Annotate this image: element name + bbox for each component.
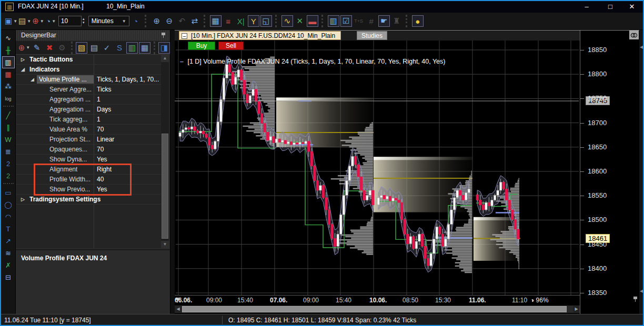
drag-mode-button[interactable]: ☛ — [378, 15, 390, 27]
bar-chart-tool[interactable]: ╫ — [2, 44, 15, 56]
property-row[interactable]: Opaquenes...70 — [16, 145, 161, 155]
add-object-button[interactable]: ⊕▼ — [18, 42, 30, 54]
sell-button[interactable]: Sell — [218, 42, 244, 50]
table-view-button[interactable]: ▦ — [139, 42, 150, 54]
text-tool[interactable]: T — [2, 223, 15, 235]
delete-button[interactable]: ✖ — [44, 42, 55, 54]
minimize-button[interactable]: – — [578, 1, 596, 13]
watchlist-button[interactable]: ▥ — [328, 15, 339, 27]
scroll-arrow-icon[interactable]: ◀ — [640, 289, 643, 293]
candlestick-tool-icon: ▥ — [5, 58, 11, 66]
vertical-scroll-strip[interactable]: ◀ ◀ — [639, 30, 644, 314]
ruler-tool[interactable]: ⊟ — [2, 271, 15, 283]
zigzag-tool[interactable]: W — [2, 134, 15, 146]
new-chart-button[interactable]: ⊕▼ — [32, 15, 44, 27]
scroll-up-icon[interactable]: ▲ — [161, 55, 169, 62]
scrollbar-thumb[interactable] — [162, 134, 168, 239]
scroll-right-icon[interactable]: ▶ — [573, 306, 580, 312]
line-chart-tool[interactable]: ∿ — [2, 32, 15, 44]
insert-indicator-button[interactable]: ∿ — [281, 15, 293, 27]
export-excel-button[interactable]: X| — [235, 15, 247, 27]
crowd-tool[interactable]: ⁂ — [2, 80, 15, 93]
fibo-green-tool[interactable]: 2 — [2, 170, 15, 182]
scroll-arrow-icon[interactable]: ◀ — [640, 45, 643, 49]
zoom-in-button[interactable]: ⊕ — [151, 15, 163, 27]
property-row[interactable]: Value Area %70 — [16, 125, 161, 135]
property-row[interactable]: Tick aggreg...1 — [16, 115, 161, 125]
print-button[interactable]: ▤ — [88, 42, 100, 54]
log-scale-tool[interactable]: log — [2, 93, 15, 105]
price-axis-label: 18550 — [588, 191, 607, 199]
maximize-button[interactable]: □ — [601, 1, 619, 13]
price-tick — [580, 74, 584, 75]
candlestick-tool[interactable]: ▥ — [2, 56, 15, 68]
format-button-icon: ✎ — [34, 43, 41, 53]
group-row[interactable]: ◢Indicators — [16, 65, 161, 75]
group-row[interactable]: ▷Tradingsystem Settings — [16, 195, 161, 205]
save-template-button[interactable]: ◨ — [158, 42, 170, 54]
property-row[interactable]: Server Aggre...Ticks — [16, 85, 161, 95]
studies-button[interactable]: Studies — [357, 31, 387, 40]
rectangle-tool[interactable]: ▭ — [2, 187, 15, 199]
property-row[interactable]: Aggregation ...Days — [16, 105, 161, 115]
scrollbar-thumb[interactable] — [182, 306, 567, 312]
channel-tool[interactable]: ∥ — [2, 121, 15, 134]
close-button[interactable]: ✕ — [623, 1, 641, 13]
property-grid-scrollbar[interactable]: ▲ ▼ — [161, 55, 169, 248]
link-charts-icon[interactable] — [629, 30, 639, 39]
zoom-out-button[interactable]: ⊖ — [164, 15, 175, 27]
pin-icon[interactable] — [633, 297, 638, 302]
time-axis[interactable]: 06.06.09:0015:4007.06.09:0015:4010.06.08… — [175, 295, 580, 305]
title-bar[interactable]: ▥ FDAX JUN 24 [10 Min.] 10_Min_Plain – □… — [1, 1, 643, 13]
data-window-button[interactable]: ≡ — [223, 15, 234, 27]
equilla-button[interactable]: ▬ — [307, 15, 318, 27]
window-mode-button[interactable]: ◱ — [260, 15, 272, 27]
fibo-blue-tool[interactable]: 2 — [2, 158, 15, 170]
buy-button[interactable]: Buy — [188, 42, 215, 50]
collapse-icon[interactable]: – — [182, 33, 187, 39]
add-object-button-icon: ⊕ — [18, 43, 25, 53]
arc-tool[interactable]: ◠ — [2, 211, 15, 223]
open-button[interactable]: ▤▼ — [18, 15, 31, 27]
edit-tactic-button[interactable]: ▧ — [76, 42, 87, 54]
add-period-button[interactable]: ◔ — [130, 15, 142, 27]
pattern-ab-tool[interactable]: ✗ — [2, 259, 15, 271]
ellipse-tool[interactable]: ◯ — [2, 199, 15, 211]
trendline-tool[interactable]: ╱ — [2, 109, 15, 121]
horizontal-scrollbar[interactable]: ◀ ▶ — [175, 305, 580, 313]
toolbar-separator — [3, 183, 14, 186]
settings-button: ⚙ — [56, 42, 68, 54]
price-axis-label: 18850 — [588, 46, 607, 54]
scroll-left-icon[interactable]: ◀ — [175, 306, 182, 312]
save-button[interactable]: ▣▼ — [5, 15, 17, 27]
interval-unit-select[interactable]: Minutes▼ — [88, 16, 129, 26]
chart-properties-button[interactable]: ▦ — [210, 15, 222, 27]
property-row[interactable]: Projection St...Linear — [16, 135, 161, 145]
chart-tab[interactable]: – [10 Min.] FDAX JUN 24 F.US.DDM24 10_Mi… — [179, 31, 341, 40]
price-chart[interactable] — [175, 40, 580, 295]
wave-tool[interactable]: ≋ — [2, 247, 15, 259]
zoom-reset-button[interactable]: ⇄ — [189, 15, 200, 27]
pin-icon[interactable] — [161, 33, 166, 38]
chart-view-button[interactable]: ▥ — [126, 42, 138, 54]
scanner-button[interactable]: ☑ — [340, 15, 352, 27]
signal-button[interactable]: S — [114, 42, 125, 54]
indicator-row[interactable]: ◢Volume Profile ...Ticks, 1, Days, 1, 70… — [16, 75, 161, 85]
period-clock-button[interactable]: ◔▼ — [45, 15, 57, 27]
candle-volume-tool[interactable]: ▦ — [2, 68, 15, 80]
group-row[interactable]: ▷Tactic Buttons — [16, 55, 161, 65]
hline-tool[interactable]: ≣ — [2, 146, 15, 158]
format-button[interactable]: ✎ — [31, 42, 43, 54]
arrow-tool[interactable]: ↗ — [2, 235, 15, 247]
axis-scale-button[interactable]: Y — [248, 15, 259, 27]
designer-bar-header[interactable]: DesignerBar — [16, 30, 170, 40]
interval-stepper[interactable]: ▲▼ — [82, 17, 85, 25]
scroll-down-icon[interactable]: ▼ — [161, 241, 169, 248]
script-button[interactable]: ✓ — [101, 42, 113, 54]
insert-strategy-button[interactable]: ✕ — [294, 15, 306, 27]
price-axis[interactable]: 18745 18461 1885018800187501870018650186… — [580, 30, 639, 314]
property-row[interactable]: Aggregation ...1 — [16, 95, 161, 105]
interval-input[interactable] — [58, 16, 82, 26]
text-tool-icon: T — [6, 225, 11, 233]
record-button[interactable]: ● — [412, 15, 424, 27]
